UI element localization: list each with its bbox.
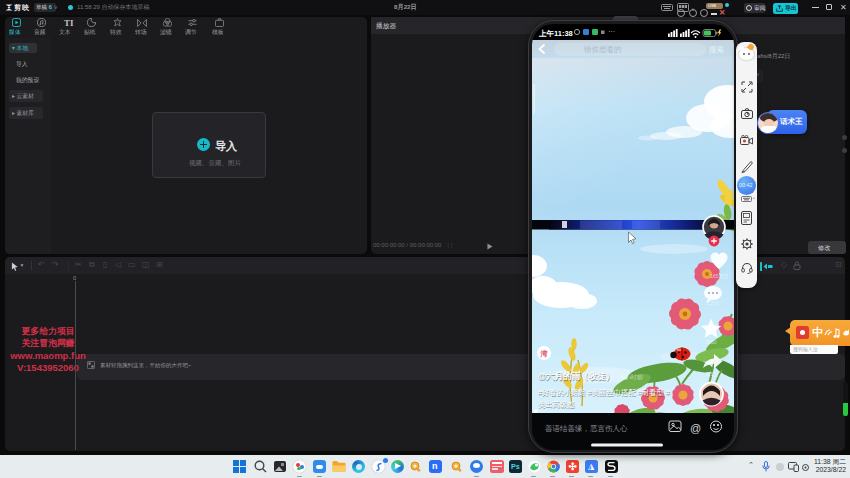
svg-text:@: @: [690, 422, 701, 434]
svg-text:#好看的小姐姐 #美丽丝巾搭配 #耐看型 #: #好看的小姐姐 #美丽丝巾搭配 #耐看型 #: [538, 388, 671, 397]
svg-text:165.8万: 165.8万: [710, 273, 729, 279]
svg-text:搜索: 搜索: [709, 45, 724, 54]
svg-text:猜你想看的: 猜你想看的: [584, 45, 622, 54]
svg-text:6.5万: 6.5万: [706, 371, 719, 377]
svg-text:· 4小时前: · 4小时前: [616, 373, 644, 380]
svg-text:1.2万: 1.2万: [707, 300, 720, 306]
svg-text:善语结善缘，恶言伤人心: 善语结善缘，恶言伤人心: [545, 424, 628, 433]
svg-text:湾: 湾: [540, 349, 548, 358]
svg-text:@六月的雨（收徒）: @六月的雨（收徒）: [538, 371, 614, 381]
svg-text:上午11:38: 上午11:38: [538, 29, 573, 38]
svg-text:8560: 8560: [705, 339, 716, 345]
svg-text:⋯: ⋯: [608, 28, 615, 35]
svg-text:美出高级感: 美出高级感: [538, 400, 575, 409]
